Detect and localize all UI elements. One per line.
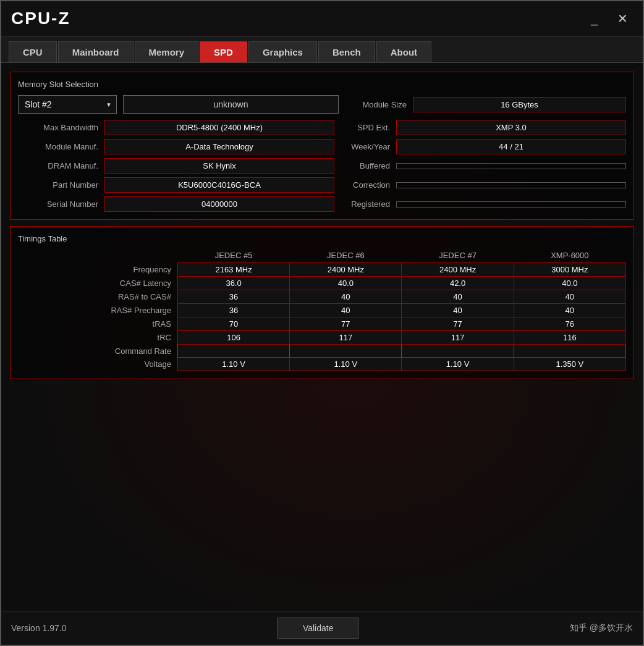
timings-cell-2-3: 40 xyxy=(514,290,625,304)
tab-cpu[interactable]: CPU xyxy=(9,41,57,62)
timings-cell-2-2: 40 xyxy=(402,290,514,304)
buffered-value xyxy=(396,163,626,169)
timings-title: Timings Table xyxy=(18,234,626,243)
week-year-value: 44 / 21 xyxy=(396,139,626,154)
timings-row: RAS# to CAS#36404040 xyxy=(18,290,626,304)
timings-cell-1-0: 36.0 xyxy=(177,277,289,290)
timings-row: tRC106117117116 xyxy=(18,331,626,345)
timings-row-label-6: Command Rate xyxy=(18,345,177,358)
timings-cell-0-0: 2163 MHz xyxy=(177,263,289,277)
timings-cell-4-0: 70 xyxy=(177,317,289,331)
memory-slot-title: Memory Slot Selection xyxy=(18,80,626,89)
correction-value xyxy=(396,182,626,188)
module-manuf-value: A-Data Technology xyxy=(104,139,334,154)
timings-cell-6-0 xyxy=(177,345,289,358)
timings-row-label-5: tRC xyxy=(18,331,177,345)
module-size-value: 16 GBytes xyxy=(413,97,626,112)
timings-cell-4-2: 77 xyxy=(402,317,514,331)
app-title: CPU-Z xyxy=(11,9,70,28)
module-size-label: Module Size xyxy=(345,100,407,109)
timings-row-label-2: RAS# to CAS# xyxy=(18,290,177,304)
timings-cell-7-3: 1.350 V xyxy=(514,358,625,371)
timings-row: Command Rate xyxy=(18,345,626,358)
spd-ext-label: SPD Ext. xyxy=(341,123,390,132)
timings-cell-3-1: 40 xyxy=(290,304,402,317)
col-header-jedec7: JEDEC #7 xyxy=(402,248,514,263)
col-header-jedec5: JEDEC #5 xyxy=(177,248,289,263)
tab-about[interactable]: About xyxy=(376,41,431,62)
timings-cell-2-0: 36 xyxy=(177,290,289,304)
timings-row: Voltage1.10 V1.10 V1.10 V1.350 V xyxy=(18,358,626,371)
tabs-bar: CPU Mainboard Memory SPD Graphics Bench … xyxy=(1,36,643,63)
version-text: Version 1.97.0 xyxy=(11,623,67,633)
tab-bench[interactable]: Bench xyxy=(318,41,375,62)
max-bandwidth-value: DDR5-4800 (2400 MHz) xyxy=(104,120,334,135)
week-year-label: Week/Year xyxy=(341,142,390,151)
correction-label: Correction xyxy=(341,180,390,190)
part-number-value: K5U6000C4016G-BCA xyxy=(104,177,334,193)
info-grid: Max Bandwidth DDR5-4800 (2400 MHz) SPD E… xyxy=(18,120,626,212)
timings-cell-1-3: 40.0 xyxy=(514,277,625,290)
tab-mainboard[interactable]: Mainboard xyxy=(58,41,133,62)
title-controls: _ ✕ xyxy=(586,10,633,27)
validate-button[interactable]: Validate xyxy=(278,618,359,639)
row-dram-manuf: DRAM Manuf. SK Hynix Buffered xyxy=(18,158,626,174)
timings-table: JEDEC #5 JEDEC #6 JEDEC #7 XMP-6000 Freq… xyxy=(18,248,626,371)
slot-select[interactable]: Slot #2 Slot #1 Slot #3 Slot #4 xyxy=(18,95,117,114)
timings-cell-6-2 xyxy=(402,345,514,358)
timings-cell-6-3 xyxy=(514,345,625,358)
close-button[interactable]: ✕ xyxy=(612,10,633,27)
module-manuf-label: Module Manuf. xyxy=(18,142,98,151)
timings-cell-1-2: 42.0 xyxy=(402,277,514,290)
tab-memory[interactable]: Memory xyxy=(135,41,199,62)
timings-cell-5-2: 117 xyxy=(402,331,514,345)
dram-manuf-label: DRAM Manuf. xyxy=(18,161,98,170)
timings-cell-6-1 xyxy=(290,345,402,358)
timings-cell-3-0: 36 xyxy=(177,304,289,317)
registered-label: Registered xyxy=(341,199,390,209)
row-serial-number: Serial Number 04000000 Registered xyxy=(18,196,626,212)
timings-cell-1-1: 40.0 xyxy=(290,277,402,290)
registered-value xyxy=(396,201,626,208)
timings-cell-0-2: 2400 MHz xyxy=(402,263,514,277)
timings-row-label-1: CAS# Latency xyxy=(18,277,177,290)
timings-cell-7-1: 1.10 V xyxy=(290,358,402,371)
timings-cell-5-0: 106 xyxy=(177,331,289,345)
timings-row-label-4: tRAS xyxy=(18,317,177,331)
watermark-text: 知乎 @多饮开水 xyxy=(570,623,633,634)
timings-cell-3-3: 40 xyxy=(514,304,625,317)
timings-row-label-7: Voltage xyxy=(18,358,177,371)
timings-cell-7-0: 1.10 V xyxy=(177,358,289,371)
timings-cell-2-1: 40 xyxy=(290,290,402,304)
slot-select-wrapper: Slot #2 Slot #1 Slot #3 Slot #4 xyxy=(18,95,117,114)
col-header-xmp: XMP-6000 xyxy=(514,248,625,263)
max-bandwidth-label: Max Bandwidth xyxy=(18,123,98,132)
timings-row-label-0: Frequency xyxy=(18,263,177,277)
row-module-manuf: Module Manuf. A-Data Technology Week/Yea… xyxy=(18,139,626,154)
col-header-jedec6: JEDEC #6 xyxy=(290,248,402,263)
memory-slot-section: Memory Slot Selection Slot #2 Slot #1 Sl… xyxy=(10,72,634,220)
tab-graphics[interactable]: Graphics xyxy=(248,41,317,62)
timings-cell-0-1: 2400 MHz xyxy=(290,263,402,277)
timings-cell-5-1: 117 xyxy=(290,331,402,345)
tab-spd[interactable]: SPD xyxy=(200,41,247,62)
serial-number-value: 04000000 xyxy=(104,196,334,212)
serial-number-label: Serial Number xyxy=(18,199,98,209)
timings-cell-5-3: 116 xyxy=(514,331,625,345)
timings-cell-7-2: 1.10 V xyxy=(402,358,514,371)
timings-cell-0-3: 3000 MHz xyxy=(514,263,625,277)
row-part-number: Part Number K5U6000C4016G-BCA Correction xyxy=(18,177,626,193)
timings-cell-4-1: 77 xyxy=(290,317,402,331)
slot-row: Slot #2 Slot #1 Slot #3 Slot #4 unknown … xyxy=(18,95,626,114)
buffered-label: Buffered xyxy=(341,161,390,170)
spd-ext-value: XMP 3.0 xyxy=(396,120,626,135)
spd-content: Memory Slot Selection Slot #2 Slot #1 Sl… xyxy=(1,63,643,611)
slot-unknown-value: unknown xyxy=(123,95,339,114)
timings-row: RAS# Precharge36404040 xyxy=(18,304,626,317)
timings-cell-3-2: 40 xyxy=(402,304,514,317)
minimize-button[interactable]: _ xyxy=(586,10,603,27)
dram-manuf-value: SK Hynix xyxy=(104,158,334,174)
timings-row: Frequency2163 MHz2400 MHz2400 MHz3000 MH… xyxy=(18,263,626,277)
col-header-label xyxy=(18,248,177,263)
app-window: CPU-Z _ ✕ CPU Mainboard Memory SPD Graph… xyxy=(0,0,644,646)
